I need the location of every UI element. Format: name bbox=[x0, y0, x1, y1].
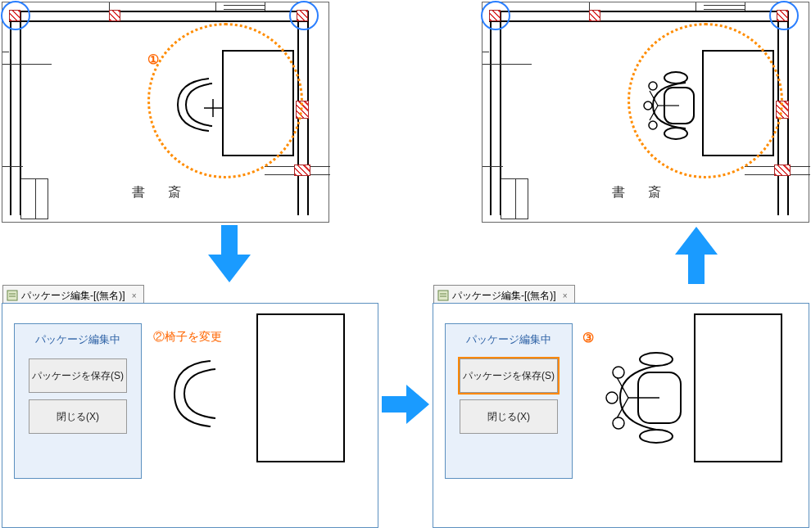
close-button[interactable]: 閉じる(X) bbox=[29, 399, 127, 434]
arrow-right-icon bbox=[382, 381, 431, 427]
editor-tab[interactable]: パッケージ編集-[(無名)] × bbox=[433, 285, 575, 303]
arrow-up-icon bbox=[672, 225, 721, 284]
room-label: 書 斎 bbox=[612, 184, 666, 201]
svg-point-18 bbox=[640, 353, 673, 366]
save-package-button[interactable]: パッケージを保存(S) bbox=[460, 358, 558, 393]
close-tab-icon[interactable]: × bbox=[132, 291, 137, 300]
editor-tab-title: パッケージ編集-[(無名)] bbox=[452, 289, 556, 303]
svg-point-22 bbox=[613, 417, 624, 429]
svg-point-21 bbox=[613, 367, 624, 378]
svg-rect-14 bbox=[438, 291, 448, 300]
selection-highlight-circle bbox=[628, 23, 783, 178]
svg-rect-11 bbox=[7, 291, 17, 300]
editing-side-panel: パッケージ編集中 パッケージを保存(S) 閉じる(X) bbox=[14, 323, 142, 479]
chair-simple bbox=[161, 353, 224, 435]
marker-circle bbox=[289, 1, 319, 30]
step-1-label: ① bbox=[147, 52, 159, 67]
marker-circle bbox=[1, 1, 30, 30]
desk bbox=[694, 313, 782, 462]
step-2-label: ②椅子を変更 bbox=[153, 330, 222, 345]
svg-point-19 bbox=[640, 430, 673, 443]
selection-highlight-circle bbox=[147, 23, 303, 178]
save-package-button[interactable]: パッケージを保存(S) bbox=[29, 358, 127, 393]
step-3-label: ③ bbox=[582, 330, 594, 345]
marker-circle bbox=[769, 1, 799, 30]
svg-point-20 bbox=[606, 392, 618, 404]
marker-circle bbox=[481, 1, 510, 30]
desk bbox=[256, 313, 345, 462]
editor-tab-title: パッケージ編集-[(無名)] bbox=[21, 289, 125, 303]
chair-office bbox=[597, 345, 694, 451]
editor-tab[interactable]: パッケージ編集-[(無名)] × bbox=[2, 285, 144, 303]
editor-tab-icon bbox=[437, 290, 449, 301]
package-editor-before: パッケージ編集-[(無名)] × パッケージ編集中 パッケージを保存(S) 閉じ… bbox=[2, 303, 378, 528]
editor-tab-icon bbox=[7, 290, 18, 301]
floorplan-before: ① 書 斎 bbox=[2, 2, 329, 223]
close-tab-icon[interactable]: × bbox=[563, 291, 568, 300]
floorplan-after: 書 斎 bbox=[482, 2, 809, 223]
editing-title: パッケージ編集中 bbox=[446, 324, 572, 352]
editing-title: パッケージ編集中 bbox=[15, 324, 141, 352]
editing-side-panel: パッケージ編集中 パッケージを保存(S) 閉じる(X) bbox=[445, 323, 573, 479]
package-editor-after: パッケージ編集-[(無名)] × パッケージ編集中 パッケージを保存(S) 閉じ… bbox=[433, 303, 809, 528]
arrow-down-icon bbox=[205, 225, 254, 284]
room-label: 書 斎 bbox=[132, 184, 186, 201]
close-button[interactable]: 閉じる(X) bbox=[460, 399, 558, 434]
